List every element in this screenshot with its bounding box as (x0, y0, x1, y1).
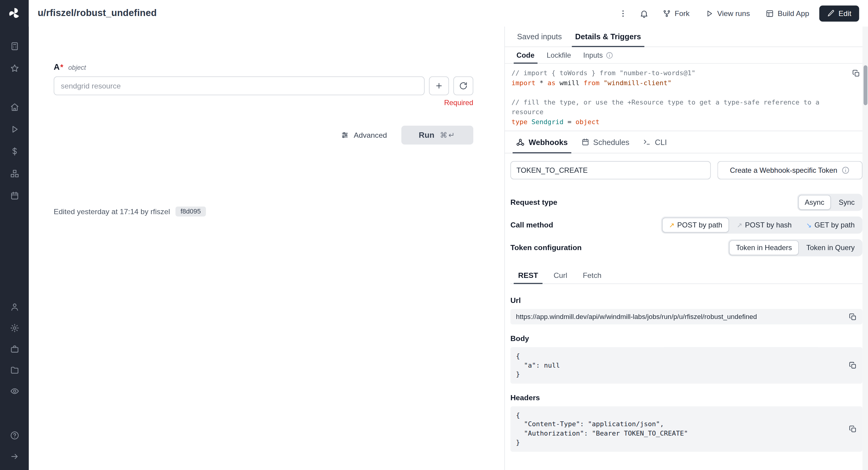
tab-inputs[interactable]: Inputs (577, 47, 619, 63)
build-app-label: Build App (778, 9, 809, 17)
fork-button[interactable]: Fork (657, 6, 695, 21)
tab-details-triggers[interactable]: Details & Triggers (568, 27, 648, 46)
token-in-headers[interactable]: Token in Headers (730, 240, 799, 255)
snippet-tab-bar: REST Curl Fetch (510, 267, 863, 284)
view-runs-label: View runs (717, 9, 750, 17)
token-config-label: Token configuration (510, 244, 582, 252)
build-app-button[interactable]: Build App (760, 6, 815, 21)
copy-url-button[interactable] (849, 313, 857, 321)
token-config-group: Token in Headers Token in Query (728, 239, 863, 256)
tab-lockfile[interactable]: Lockfile (540, 47, 577, 63)
call-method-post-by-path[interactable]: ↗ POST by path (662, 218, 729, 232)
more-menu-button[interactable] (615, 5, 631, 22)
body-value: { "a": null } (516, 352, 843, 379)
tab-rest[interactable]: REST (510, 267, 546, 283)
token-input[interactable] (510, 161, 711, 179)
code-block: // import { toWords } from "number-to-wo… (505, 64, 868, 131)
url-label: Url (510, 296, 863, 305)
advanced-sliders-icon (340, 131, 349, 139)
url-value: https://app.windmill.dev/api/w/windmill-… (516, 313, 849, 321)
trigger-tab-bar: Webhooks Schedules CLI (505, 131, 868, 153)
copy-body-button[interactable] (849, 361, 857, 369)
required-asterisk: * (60, 63, 63, 71)
favorites-icon[interactable] (0, 57, 29, 79)
call-method-get-by-path[interactable]: ↘ GET by path (800, 218, 861, 232)
schema-field-label: A * object (54, 62, 473, 71)
resource-input[interactable] (54, 76, 425, 95)
run-shortcut: ⌘↵ (440, 131, 456, 139)
advanced-label: Advanced (354, 131, 387, 139)
request-type-async[interactable]: Async (798, 195, 831, 210)
users-icon[interactable] (0, 296, 29, 317)
terminal-icon (643, 138, 651, 146)
tab-schedules[interactable]: Schedules (575, 131, 636, 153)
create-webhook-token-button[interactable]: Create a Webhook-specific Token (717, 161, 862, 179)
help-icon[interactable] (0, 425, 29, 446)
request-type-label: Request type (510, 198, 557, 206)
post-hash-arrow-icon: ↗ (737, 221, 742, 229)
apps-icon[interactable] (0, 35, 29, 57)
body-label: Body (510, 334, 863, 343)
details-tab-bar: Saved inputs Details & Triggers (505, 27, 868, 47)
resources-icon[interactable] (0, 162, 29, 184)
edit-label: Edit (838, 9, 851, 17)
code-tab-bar: Code Lockfile Inputs (505, 47, 868, 64)
run-label: Run (419, 131, 435, 139)
token-in-query[interactable]: Token in Query (800, 240, 861, 255)
schedules-icon[interactable] (0, 184, 29, 206)
advanced-button[interactable]: Advanced (340, 131, 387, 139)
layout-grid-icon (765, 9, 773, 17)
edited-text: Edited yesterday at 17:14 by rfiszel (54, 207, 170, 215)
code-lines: // import { toWords } from "number-to-wo… (512, 69, 848, 127)
fork-icon (662, 9, 671, 17)
folders-icon[interactable] (0, 359, 29, 381)
sidebar (0, 0, 29, 470)
scrollbar-thumb[interactable] (863, 65, 867, 105)
runs-icon[interactable] (0, 118, 29, 140)
call-method-label: Call method (510, 221, 553, 229)
webhooks-panel: Create a Webhook-specific Token Request … (505, 153, 868, 460)
notifications-bell-button[interactable] (636, 5, 652, 22)
page-title: u/rfiszel/robust_undefined (38, 8, 157, 19)
tab-curl[interactable]: Curl (546, 267, 575, 283)
settings-gear-icon[interactable] (0, 317, 29, 338)
body-box: { "a": null } (510, 347, 863, 383)
variables-icon[interactable] (0, 140, 29, 162)
request-type-sync[interactable]: Sync (832, 195, 861, 210)
add-resource-button[interactable] (429, 76, 449, 95)
fork-label: Fork (675, 9, 689, 17)
headers-value: { "Content-Type": "application/json", "A… (516, 410, 843, 447)
expand-sidebar-icon[interactable] (0, 445, 29, 467)
run-form-pane: A * object Required (29, 27, 504, 470)
tab-cli[interactable]: CLI (636, 131, 674, 153)
tab-webhooks[interactable]: Webhooks (509, 131, 574, 153)
tab-fetch[interactable]: Fetch (575, 267, 609, 283)
copy-code-button[interactable] (851, 68, 861, 79)
app-root: u/rfiszel/robust_undefined Fork View run… (0, 0, 868, 470)
call-method-group: ↗ POST by path ↗ POST by hash ↘ GET by p… (661, 217, 863, 234)
token-info-icon (842, 166, 850, 174)
workers-icon[interactable] (0, 338, 29, 359)
call-method-post-by-hash[interactable]: ↗ POST by hash (730, 218, 798, 232)
url-box: https://app.windmill.dev/api/w/windmill-… (510, 309, 863, 324)
edit-button[interactable]: Edit (819, 5, 859, 21)
headers-label: Headers (510, 393, 863, 401)
scrollbar-track[interactable] (863, 27, 868, 470)
tab-saved-inputs[interactable]: Saved inputs (510, 27, 568, 46)
copy-headers-button[interactable] (849, 425, 857, 433)
run-button[interactable]: Run ⌘↵ (401, 126, 473, 145)
headers-box: { "Content-Type": "application/json", "A… (510, 406, 863, 451)
home-icon[interactable] (0, 96, 29, 118)
version-hash-badge[interactable]: f8d095 (176, 207, 206, 217)
audit-logs-eye-icon[interactable] (0, 380, 29, 401)
inputs-info-icon (606, 51, 613, 59)
windmill-logo-icon[interactable] (0, 0, 29, 27)
tab-code[interactable]: Code (510, 47, 540, 63)
field-type: object (68, 64, 86, 71)
pencil-icon (827, 9, 835, 17)
view-runs-button[interactable]: View runs (700, 6, 755, 21)
topbar: u/rfiszel/robust_undefined Fork View run… (29, 0, 868, 27)
refresh-button[interactable] (453, 76, 473, 95)
post-arrow-icon: ↗ (669, 221, 674, 229)
required-hint: Required (54, 98, 473, 106)
